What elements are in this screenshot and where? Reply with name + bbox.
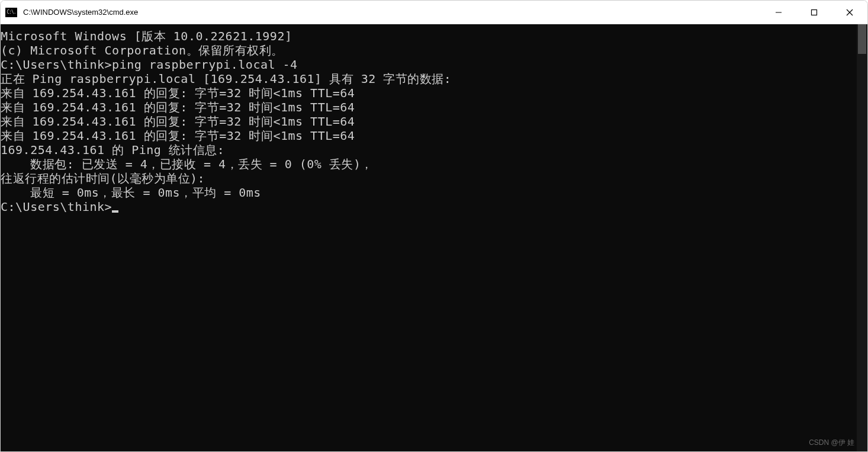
- terminal-area: Microsoft Windows [版本 10.0.22621.1992](c…: [1, 24, 867, 451]
- scrollbar-thumb[interactable]: [858, 24, 866, 54]
- close-button[interactable]: [832, 1, 867, 24]
- output-line: 正在 Ping raspberrypi.local [169.254.43.16…: [1, 72, 857, 86]
- window-controls: [761, 1, 867, 24]
- terminal-output[interactable]: Microsoft Windows [版本 10.0.22621.1992](c…: [1, 24, 857, 451]
- output-line: C:\Users\think>ping raspberrypi.local -4: [1, 57, 857, 72]
- cursor: [112, 210, 118, 213]
- output-line: (c) Microsoft Corporation。保留所有权利。: [1, 43, 857, 57]
- minimize-button[interactable]: [761, 1, 796, 24]
- watermark: CSDN @伊 娃: [809, 438, 854, 448]
- cmd-icon: C:\.: [5, 8, 17, 17]
- output-line: 数据包: 已发送 = 4，已接收 = 4，丢失 = 0 (0% 丢失)，: [1, 157, 857, 171]
- window-title: C:\WINDOWS\system32\cmd.exe: [23, 8, 761, 17]
- output-line: 来自 169.254.43.161 的回复: 字节=32 时间<1ms TTL=…: [1, 114, 857, 129]
- maximize-button[interactable]: [796, 1, 832, 24]
- output-line: 来自 169.254.43.161 的回复: 字节=32 时间<1ms TTL=…: [1, 100, 857, 114]
- scrollbar[interactable]: [857, 24, 867, 451]
- prompt-line: C:\Users\think>: [1, 200, 857, 214]
- output-line: 169.254.43.161 的 Ping 统计信息:: [1, 143, 857, 157]
- output-line: 往返行程的估计时间(以毫秒为单位):: [1, 171, 857, 185]
- prompt-text: C:\Users\think>: [1, 200, 112, 214]
- output-line: 最短 = 0ms，最长 = 0ms，平均 = 0ms: [1, 185, 857, 200]
- cmd-window: C:\. C:\WINDOWS\system32\cmd.exe Microso…: [0, 0, 868, 452]
- titlebar[interactable]: C:\. C:\WINDOWS\system32\cmd.exe: [1, 1, 867, 24]
- output-line: 来自 169.254.43.161 的回复: 字节=32 时间<1ms TTL=…: [1, 129, 857, 143]
- output-line: 来自 169.254.43.161 的回复: 字节=32 时间<1ms TTL=…: [1, 86, 857, 100]
- output-line: Microsoft Windows [版本 10.0.22621.1992]: [1, 29, 857, 43]
- svg-rect-1: [812, 9, 817, 15]
